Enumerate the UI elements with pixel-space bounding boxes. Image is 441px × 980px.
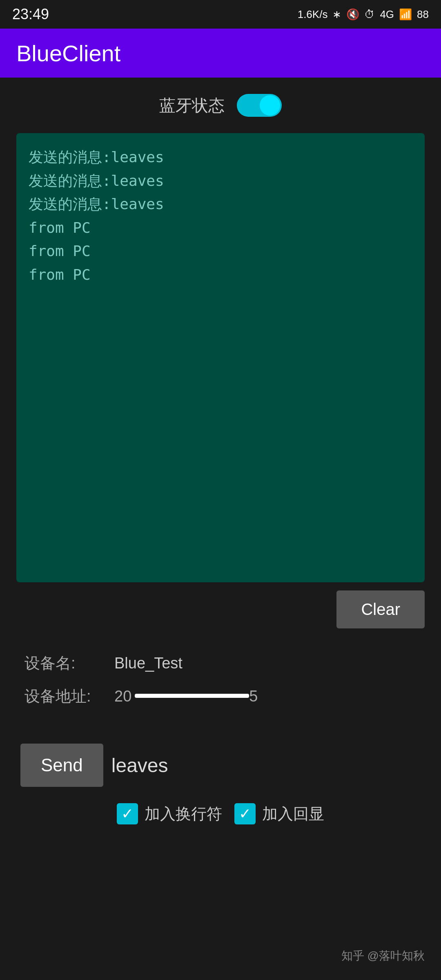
- clear-button[interactable]: Clear: [336, 590, 425, 628]
- checkbox-newline: ✓ 加入换行符: [117, 803, 222, 824]
- status-icons: 1.6K/s ∗ 🔇 ⏱ 4G 📶 88: [298, 8, 429, 21]
- device-name-label: 设备名:: [24, 653, 114, 674]
- bluetooth-icon: ∗: [332, 8, 341, 21]
- address-redacted: [135, 694, 249, 698]
- device-name-value: Blue_Test: [114, 655, 183, 672]
- checkbox-echo-label: 加入回显: [262, 804, 324, 824]
- device-address-label: 设备地址:: [24, 686, 114, 707]
- bluetooth-row: 蓝牙状态: [16, 94, 425, 117]
- checkbox-row: ✓ 加入换行符 ✓ 加入回显: [16, 803, 425, 824]
- checkbox-newline-box[interactable]: ✓: [117, 803, 138, 824]
- app-bar: BlueClient: [0, 29, 441, 78]
- log-line-5: from PC: [29, 263, 412, 287]
- checkbox-newline-label: 加入换行符: [145, 804, 222, 824]
- clear-row: Clear: [16, 590, 425, 628]
- volume-mute-icon: 🔇: [346, 8, 359, 21]
- bluetooth-toggle[interactable]: [237, 94, 282, 117]
- log-line-2: 发送的消息:leaves: [29, 192, 412, 216]
- battery-icon: 88: [417, 8, 429, 21]
- send-button[interactable]: Send: [20, 744, 103, 787]
- footer-watermark: 知乎 @落叶知秋: [341, 948, 425, 964]
- wifi-icon: 📶: [399, 8, 412, 21]
- device-address-value: 205: [114, 688, 258, 705]
- main-content: 蓝牙状态 发送的消息:leaves 发送的消息:leaves 发送的消息:lea…: [0, 78, 441, 841]
- status-bar: 23:49 1.6K/s ∗ 🔇 ⏱ 4G 📶 88: [0, 0, 441, 29]
- app-title: BlueClient: [16, 40, 120, 67]
- network-speed: 1.6K/s: [298, 8, 328, 21]
- log-line-1: 发送的消息:leaves: [29, 169, 412, 193]
- checkbox-echo-box[interactable]: ✓: [234, 803, 256, 824]
- message-log: 发送的消息:leaves 发送的消息:leaves 发送的消息:leaves f…: [16, 133, 425, 582]
- send-row: Send: [16, 744, 425, 787]
- device-info: 设备名: Blue_Test 设备地址: 205: [16, 645, 425, 727]
- log-line-0: 发送的消息:leaves: [29, 145, 412, 169]
- signal-icon: 4G: [380, 8, 394, 21]
- log-line-4: from PC: [29, 239, 412, 263]
- device-address-row: 设备地址: 205: [24, 686, 416, 707]
- checkmark-icon: ✓: [121, 805, 134, 822]
- status-time: 23:49: [12, 6, 49, 23]
- toggle-knob: [260, 95, 280, 116]
- send-input[interactable]: [111, 750, 421, 781]
- device-name-row: 设备名: Blue_Test: [24, 653, 416, 674]
- bluetooth-label: 蓝牙状态: [159, 94, 225, 117]
- log-line-3: from PC: [29, 216, 412, 240]
- alarm-icon: ⏱: [364, 8, 375, 21]
- checkmark-echo-icon: ✓: [239, 805, 251, 822]
- checkbox-echo: ✓ 加入回显: [234, 803, 324, 824]
